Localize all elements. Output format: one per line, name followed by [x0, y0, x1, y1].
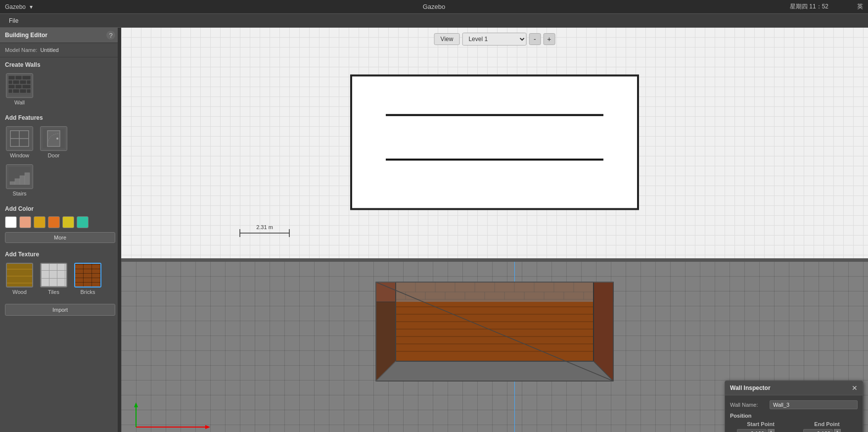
svg-rect-10	[22, 85, 31, 89]
svg-rect-4	[8, 80, 12, 84]
color-swatch-pink[interactable]	[19, 216, 31, 228]
svg-rect-1	[8, 76, 15, 80]
color-swatch-white[interactable]	[5, 216, 17, 228]
stairs-label: Stairs	[12, 191, 26, 196]
color-swatch-gold[interactable]	[34, 216, 46, 228]
stairs-item[interactable]: Stairs	[5, 163, 34, 197]
coords-container: Start Point x: ▲ ▼ m	[730, 421, 858, 432]
svg-rect-23	[10, 182, 15, 185]
topbar: Gazebo ▾ Gazebo 星期四 11：52 英	[0, 0, 868, 14]
create-walls-items: Wall	[0, 70, 120, 110]
app-dropdown-arrow[interactable]: ▾	[30, 3, 33, 10]
more-colors-button[interactable]: More	[5, 232, 115, 243]
svg-marker-79	[205, 425, 210, 429]
building-3d	[346, 262, 643, 392]
panel-header: Building Editor ?	[0, 28, 120, 43]
window-title: Gazebo	[423, 3, 446, 10]
svg-rect-14	[27, 89, 31, 93]
end-x-row: x: ▲ ▼ m	[796, 429, 858, 432]
end-x-input[interactable]	[803, 429, 833, 432]
color-swatch-yellow[interactable]	[62, 216, 74, 228]
wall-label: Wall	[14, 99, 25, 105]
svg-rect-11	[8, 89, 12, 93]
texture-bricks-item[interactable]: Bricks	[73, 262, 102, 296]
svg-rect-27	[351, 76, 638, 209]
end-point-column: End Point x: ▲ ▼ m	[796, 421, 858, 432]
bricks-label: Bricks	[81, 289, 95, 295]
wall-inspector-close-button[interactable]: ✕	[852, 384, 858, 392]
measurement-display: 2.31 m	[235, 223, 294, 244]
start-point-column: Start Point x: ▲ ▼ m	[730, 421, 791, 432]
level-decrease-button[interactable]: -	[529, 33, 541, 45]
svg-rect-12	[13, 89, 19, 93]
model-name-value: Untitled	[40, 47, 58, 53]
start-x-input[interactable]	[737, 429, 767, 432]
add-features-section-title: Add Features	[0, 110, 120, 123]
end-x-up[interactable]: ▲	[834, 429, 841, 432]
canvas-2d[interactable]: View Level 1 - +	[121, 28, 868, 259]
blueprint	[346, 71, 643, 216]
clock-display: 星期四 11：52	[790, 2, 828, 11]
start-point-header: Start Point	[730, 421, 791, 427]
menubar: File	[0, 14, 868, 28]
svg-rect-24	[15, 179, 20, 185]
stairs-icon	[6, 164, 33, 189]
wall-item[interactable]: Wall	[5, 72, 34, 106]
wood-texture-icon	[6, 263, 33, 288]
level-increase-button[interactable]: +	[543, 33, 555, 45]
door-icon	[40, 126, 67, 151]
bricks-texture-icon	[74, 263, 101, 288]
tiles-texture-icon	[40, 263, 67, 288]
texture-items: Wood Tiles Bricks	[0, 260, 120, 300]
svg-rect-7	[27, 80, 31, 84]
color-swatch-teal[interactable]	[77, 216, 89, 228]
end-point-header: End Point	[796, 421, 858, 427]
svg-point-21	[56, 138, 58, 140]
model-name-label: Model Name:	[5, 47, 37, 53]
panel-title: Building Editor	[5, 32, 47, 39]
right-area: View Level 1 - +	[121, 28, 868, 432]
start-x-up[interactable]: ▲	[768, 429, 775, 432]
position-section-title: Position	[730, 413, 858, 419]
help-button[interactable]: ?	[106, 31, 115, 40]
level-select[interactable]: Level 1	[462, 33, 526, 46]
view-button[interactable]: View	[434, 33, 460, 45]
stairs-items: Stairs	[0, 163, 120, 201]
left-panel: Building Editor ? Model Name: Untitled C…	[0, 28, 121, 432]
panel-resize-handle[interactable]	[118, 28, 120, 432]
svg-rect-8	[8, 85, 15, 89]
app-name-label: Gazebo	[5, 3, 26, 10]
canvas-3d[interactable]: CSDN @作者~ Wall Inspector ✕ Wall Name: Wa…	[121, 262, 868, 432]
svg-rect-25	[20, 176, 25, 185]
texture-wood-item[interactable]: Wood	[5, 262, 34, 296]
start-x-row: x: ▲ ▼ m	[730, 429, 791, 432]
color-swatch-orange[interactable]	[48, 216, 60, 228]
svg-rect-6	[20, 80, 26, 84]
svg-rect-26	[25, 173, 30, 185]
language-indicator: 英	[857, 2, 863, 11]
window-label: Window	[10, 152, 29, 158]
import-button[interactable]: Import	[5, 304, 115, 316]
wall-name-label: Wall Name:	[730, 402, 770, 408]
model-name-row: Model Name: Untitled	[0, 43, 120, 57]
texture-tiles-item[interactable]: Tiles	[39, 262, 68, 296]
window-icon	[6, 126, 33, 151]
add-texture-section-title: Add Texture	[0, 247, 120, 260]
door-label: Door	[48, 152, 60, 158]
svg-marker-70	[396, 282, 594, 302]
wall-name-row: Wall Name: Wall_3	[730, 400, 858, 409]
svg-text:2.31 m: 2.31 m	[256, 224, 273, 230]
add-features-items: Window Door	[0, 123, 120, 163]
wall-inspector-panel: Wall Inspector ✕ Wall Name: Wall_3 Posit…	[725, 381, 863, 432]
color-swatches	[0, 214, 120, 232]
window-item[interactable]: Window	[5, 125, 34, 159]
svg-rect-9	[15, 85, 22, 89]
file-menu-item[interactable]: File	[5, 15, 22, 26]
svg-rect-2	[15, 76, 22, 80]
svg-rect-3	[22, 76, 31, 80]
app-menu: Gazebo ▾	[5, 3, 33, 10]
canvas-toolbar: View Level 1 - +	[434, 33, 555, 46]
add-color-section-title: Add Color	[0, 201, 120, 214]
wall-inspector-body: Wall Name: Wall_3 Position Start Point x…	[725, 395, 863, 432]
door-item[interactable]: Door	[39, 125, 68, 159]
